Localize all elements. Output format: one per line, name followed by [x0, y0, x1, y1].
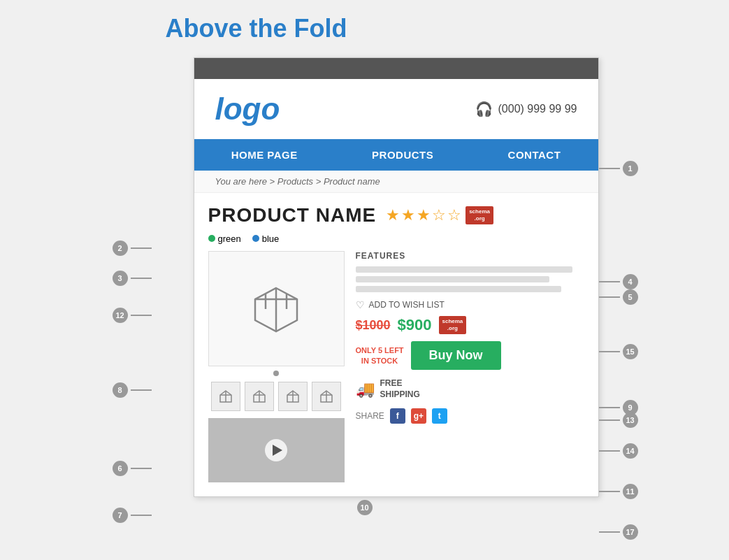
old-price: $1000: [356, 318, 391, 333]
phone-area: 🎧 (000) 999 99 99: [475, 101, 577, 117]
browser-bar: [194, 58, 598, 79]
facebook-icon[interactable]: f: [390, 408, 405, 424]
stock-buy-row: ONLY 5 LEFTIN STOCK Buy Now: [356, 341, 584, 370]
feature-bar-1: [356, 266, 573, 273]
annotation-4: 4: [599, 274, 638, 289]
nav-home[interactable]: HOME PAGE: [203, 139, 326, 171]
product-name-row: PRODUCT NAME ★★★☆☆ schema .org: [208, 204, 584, 227]
annotation-14: 14: [599, 443, 638, 459]
video-box[interactable]: [208, 418, 345, 482]
play-button[interactable]: [265, 439, 287, 461]
site-header: logo 🎧 (000) 999 99 99: [194, 79, 598, 139]
image-dot: [273, 371, 279, 376]
annotation-12: 12: [113, 308, 152, 323]
annotation-1: 1: [599, 161, 638, 176]
wish-list-label: ADD TO WISH LIST: [369, 300, 445, 310]
headset-icon: 🎧: [475, 101, 493, 117]
heart-icon: ♡: [356, 299, 365, 310]
annotation-13: 13: [599, 412, 638, 428]
shipping-row: 🚚 FREESHIPPING: [356, 378, 584, 400]
main-content-row: FEATURES ♡ ADD TO WISH LIST $1000 $900: [208, 251, 584, 482]
share-row: SHARE f g+ t: [356, 408, 584, 424]
stock-text: ONLY 5 LEFTIN STOCK: [356, 345, 404, 366]
thumbnail-2[interactable]: [245, 382, 274, 411]
color-blue-label[interactable]: blue: [262, 234, 280, 244]
annotation-2: 2: [113, 240, 152, 256]
thumbnail-row: [208, 382, 345, 411]
feature-bar-2: [356, 276, 550, 282]
page-title: Above the Fold: [40, 14, 690, 43]
thumbnail-3[interactable]: [278, 382, 308, 411]
annotation-3: 3: [113, 271, 152, 286]
feature-bar-3: [356, 286, 561, 292]
product-info-col: FEATURES ♡ ADD TO WISH LIST $1000 $900: [356, 251, 584, 424]
browser-mockup: logo 🎧 (000) 999 99 99 HOME PAGE PRODUCT…: [194, 57, 599, 497]
star-rating: ★★★☆☆: [386, 206, 463, 224]
google-plus-icon[interactable]: g+: [411, 408, 426, 424]
annotation-6: 6: [113, 461, 152, 476]
features-label: FEATURES: [356, 251, 584, 261]
annotation-8: 8: [113, 382, 152, 398]
shipping-text: FREESHIPPING: [380, 378, 420, 400]
thumbnail-4[interactable]: [312, 382, 341, 411]
product-image-col: [208, 251, 345, 482]
annotation-7: 7: [113, 508, 152, 523]
buy-now-button[interactable]: Buy Now: [411, 341, 501, 370]
product-box-icon: [248, 280, 304, 338]
truck-icon: 🚚: [356, 380, 375, 399]
nav-bar[interactable]: HOME PAGE PRODUCTS CONTACT: [194, 139, 598, 171]
nav-contact[interactable]: CONTACT: [480, 139, 589, 171]
annotation-17: 17: [599, 524, 638, 540]
nav-products[interactable]: PRODUCTS: [344, 139, 461, 171]
thumbnail-1[interactable]: [211, 382, 240, 411]
schema-price-badge: schema .org: [439, 316, 467, 333]
product-image-box: [208, 251, 345, 366]
phone-number: (000) 999 99 99: [498, 103, 577, 115]
play-triangle-icon: [273, 445, 282, 456]
logo: logo: [215, 92, 280, 127]
price-row: $1000 $900 schema .org: [356, 316, 584, 334]
breadcrumb: You are here > Products > Product name: [194, 171, 598, 193]
annotation-15: 15: [599, 344, 638, 359]
product-name: PRODUCT NAME: [208, 204, 377, 227]
color-green-label[interactable]: green: [218, 234, 241, 244]
new-price: $900: [398, 316, 432, 334]
wish-list-row[interactable]: ♡ ADD TO WISH LIST: [356, 299, 584, 310]
schema-badge: schema .org: [465, 206, 493, 224]
share-label: SHARE: [356, 411, 384, 421]
twitter-icon[interactable]: t: [432, 408, 447, 424]
stars-area: ★★★☆☆ schema .org: [386, 206, 493, 224]
color-options: green blue: [208, 234, 584, 244]
product-section: PRODUCT NAME ★★★☆☆ schema .org green blu…: [194, 193, 598, 496]
annotation-11: 11: [599, 484, 638, 499]
annotation-5: 5: [599, 289, 638, 305]
